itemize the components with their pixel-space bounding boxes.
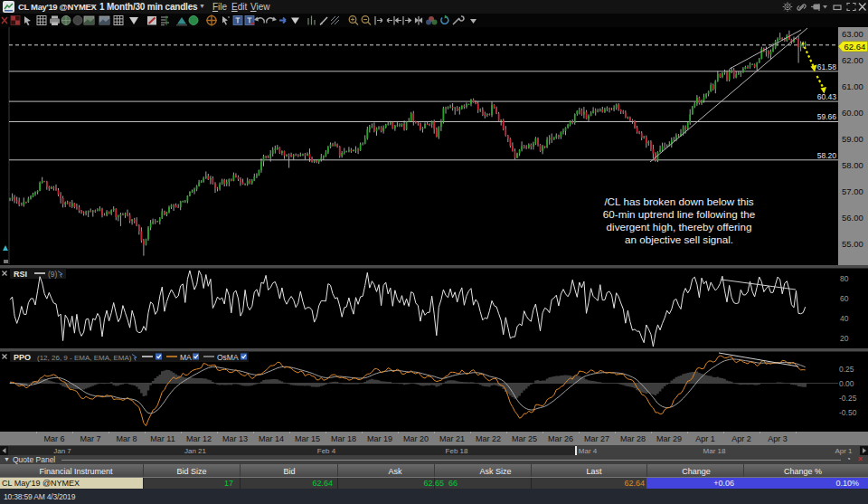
svg-text:Mar 14: Mar 14 [259,434,284,443]
svg-text:(9): (9) [48,270,58,279]
svg-text:80: 80 [840,274,849,283]
svg-text:0.00: 0.00 [839,379,854,388]
svg-text:60.00: 60.00 [842,108,863,118]
svg-text:(12, 26, 9 - EMA, EMA, EMA): (12, 26, 9 - EMA, EMA, EMA) [37,354,132,362]
svg-text:Mar 15: Mar 15 [295,434,320,443]
svg-text:Mar 11: Mar 11 [150,434,175,443]
svg-text:Apr 3: Apr 3 [768,434,788,443]
svg-text:Jan 7: Jan 7 [53,447,71,455]
svg-text:Mar 12: Mar 12 [186,434,212,443]
svg-text:Mar 7: Mar 7 [80,434,100,443]
svg-text:40: 40 [840,314,849,323]
svg-text:62.64: 62.64 [844,42,866,52]
svg-text:61.00: 61.00 [842,81,863,91]
svg-text:Mar 28: Mar 28 [620,434,646,443]
svg-text:-0.50: -0.50 [839,408,857,417]
svg-text:Mar 21: Mar 21 [439,434,465,443]
svg-text:PPO: PPO [14,353,31,362]
svg-text:Mar 22: Mar 22 [476,434,501,443]
svg-text:60: 60 [840,294,849,303]
svg-text:Mar 6: Mar 6 [43,434,64,443]
svg-text:divergent high, thereby offeri: divergent high, thereby offering [607,221,752,233]
svg-text:Mar 20: Mar 20 [403,434,429,443]
svg-text:/CL has broken down below this: /CL has broken down below this [604,195,753,207]
svg-text:Mar 27: Mar 27 [584,434,609,443]
svg-text:Mar 4: Mar 4 [579,447,598,455]
svg-text:MA: MA [180,353,192,362]
svg-text:Apr 1: Apr 1 [835,447,853,455]
svg-text:-0.25: -0.25 [839,394,857,403]
svg-text:Apr 2: Apr 2 [731,434,751,443]
svg-text:61.58: 61.58 [817,62,837,71]
svg-text:Feb 4: Feb 4 [317,447,336,455]
svg-text:Jan 21: Jan 21 [184,447,207,455]
svg-text:62.00: 62.00 [842,55,863,65]
svg-text:63.00: 63.00 [842,29,863,39]
svg-text:58.20: 58.20 [817,151,837,160]
svg-text:59.66: 59.66 [817,112,837,121]
svg-text:60-min uptrend line following: 60-min uptrend line following the [603,208,755,220]
svg-text:Mar 8: Mar 8 [116,434,137,443]
svg-text:Mar 26: Mar 26 [548,434,573,443]
svg-text:56.00: 56.00 [842,213,863,223]
svg-text:58.00: 58.00 [842,160,863,170]
svg-text:RSI: RSI [14,270,27,279]
svg-text:0.25: 0.25 [839,365,854,374]
svg-text:Apr 1: Apr 1 [695,434,715,443]
svg-text:20: 20 [840,334,849,343]
svg-text:Mar 18: Mar 18 [703,447,726,455]
svg-text:57.00: 57.00 [842,186,863,196]
svg-text:Mar 25: Mar 25 [512,434,537,443]
svg-text:an objective sell signal.: an objective sell signal. [625,233,733,245]
svg-text:Mar 18: Mar 18 [331,434,356,443]
svg-text:Mar 29: Mar 29 [656,434,682,443]
svg-text:55.00: 55.00 [842,239,863,249]
svg-text:60.43: 60.43 [817,92,837,101]
svg-text:Mar 19: Mar 19 [367,434,392,443]
svg-text:59.00: 59.00 [842,134,863,144]
svg-text:Feb 18: Feb 18 [446,447,468,455]
svg-text:Mar 13: Mar 13 [222,434,248,443]
svg-text:OsMA: OsMA [217,353,239,362]
